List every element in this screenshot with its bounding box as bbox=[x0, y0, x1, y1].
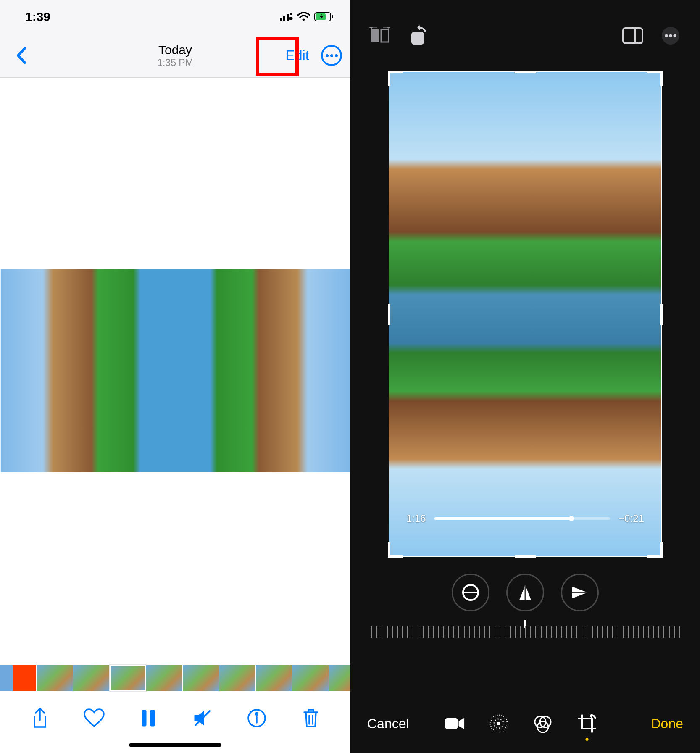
bottom-toolbar bbox=[0, 693, 350, 743]
svg-point-4 bbox=[289, 17, 293, 20]
svg-point-21 bbox=[669, 34, 672, 37]
delete-button[interactable] bbox=[299, 706, 323, 730]
svg-point-30 bbox=[497, 722, 500, 725]
timeline-thumb[interactable] bbox=[256, 665, 292, 691]
edit-button[interactable]: Edit bbox=[282, 46, 313, 65]
svg-rect-17 bbox=[623, 28, 642, 43]
status-icons bbox=[280, 12, 334, 21]
timeline-thumb[interactable] bbox=[73, 665, 109, 691]
svg-rect-3 bbox=[290, 13, 292, 15]
svg-point-12 bbox=[255, 713, 258, 715]
crop-handle-br[interactable] bbox=[647, 542, 663, 558]
flip-horizontal-button[interactable] bbox=[367, 23, 392, 48]
photo-editor-pane: 1:16 −0:21 Cancel bbox=[350, 0, 700, 753]
straighten-button[interactable] bbox=[452, 574, 489, 611]
timeline-thumb[interactable] bbox=[219, 665, 255, 691]
timeline-thumb-current[interactable] bbox=[110, 665, 146, 691]
angle-ruler[interactable] bbox=[371, 620, 679, 649]
video-tab[interactable] bbox=[444, 713, 465, 734]
timeline-thumb[interactable] bbox=[0, 665, 36, 691]
rotate-button[interactable] bbox=[405, 23, 430, 48]
timeline-thumb[interactable] bbox=[292, 665, 329, 691]
svg-rect-8 bbox=[142, 710, 146, 726]
status-time: 1:39 bbox=[25, 10, 50, 24]
crop-handle-bottom[interactable] bbox=[515, 555, 536, 558]
timeline-strip[interactable] bbox=[0, 663, 350, 693]
cellular-icon bbox=[280, 13, 293, 21]
crop-handle-bl[interactable] bbox=[388, 542, 403, 558]
svg-point-20 bbox=[665, 34, 668, 37]
more-button[interactable] bbox=[321, 45, 342, 66]
video-scrubber[interactable] bbox=[434, 517, 611, 520]
mute-button[interactable] bbox=[191, 706, 214, 730]
aspect-ratio-button[interactable] bbox=[620, 23, 645, 48]
svg-rect-27 bbox=[445, 718, 458, 729]
crop-tab[interactable] bbox=[576, 713, 597, 734]
svg-rect-0 bbox=[280, 18, 282, 21]
done-button[interactable]: Done bbox=[651, 716, 683, 732]
timeline-thumb[interactable] bbox=[146, 665, 182, 691]
photos-viewer-pane: 1:39 Today 1:35 PM Edit bbox=[0, 0, 350, 753]
ellipsis-icon bbox=[326, 54, 338, 57]
video-elapsed: 1:16 bbox=[406, 513, 426, 524]
crop-handle-tl[interactable] bbox=[388, 71, 403, 86]
svg-rect-16 bbox=[411, 32, 424, 45]
svg-rect-7 bbox=[332, 15, 333, 18]
home-indicator[interactable] bbox=[129, 743, 221, 747]
timeline-thumb[interactable] bbox=[329, 665, 350, 691]
cancel-button[interactable]: Cancel bbox=[367, 716, 409, 732]
timeline-thumb[interactable] bbox=[183, 665, 219, 691]
video-progress-overlay: 1:16 −0:21 bbox=[406, 513, 644, 524]
photo-viewport[interactable] bbox=[0, 78, 350, 663]
filters-tab[interactable] bbox=[532, 713, 553, 734]
share-button[interactable] bbox=[28, 706, 52, 730]
crop-handle-top[interactable] bbox=[515, 71, 536, 73]
svg-rect-9 bbox=[150, 710, 155, 726]
info-button[interactable] bbox=[245, 706, 268, 730]
crop-handle-left[interactable] bbox=[388, 304, 390, 325]
perspective-controls bbox=[350, 569, 700, 616]
editor-top-bar bbox=[350, 0, 700, 71]
nav-bar: Today 1:35 PM Edit bbox=[0, 34, 350, 78]
video-remaining: −0:21 bbox=[618, 513, 644, 524]
battery-charging-icon bbox=[314, 12, 334, 21]
favorite-button[interactable] bbox=[82, 706, 106, 730]
horizontal-perspective-button[interactable] bbox=[561, 574, 599, 611]
back-button[interactable] bbox=[8, 43, 34, 68]
video-frame-preview bbox=[389, 72, 661, 556]
scrubber-thumb[interactable] bbox=[569, 516, 574, 521]
crop-handle-tr[interactable] bbox=[647, 71, 663, 86]
timeline-thumb[interactable] bbox=[37, 665, 73, 691]
editor-bottom-bar: Cancel Done bbox=[350, 694, 700, 753]
editor-mode-tabs bbox=[444, 713, 597, 734]
svg-rect-2 bbox=[287, 14, 289, 21]
status-bar: 1:39 bbox=[0, 0, 350, 34]
crop-handle-right[interactable] bbox=[660, 304, 663, 325]
wifi-icon bbox=[297, 12, 310, 21]
svg-point-22 bbox=[674, 34, 676, 37]
video-frame-preview bbox=[1, 269, 350, 472]
vertical-perspective-button[interactable] bbox=[506, 574, 544, 611]
crop-frame[interactable]: 1:16 −0:21 bbox=[389, 71, 662, 557]
adjust-tab[interactable] bbox=[488, 713, 509, 734]
svg-rect-1 bbox=[283, 16, 285, 21]
pause-button[interactable] bbox=[137, 706, 160, 730]
editor-more-button[interactable] bbox=[658, 23, 683, 48]
